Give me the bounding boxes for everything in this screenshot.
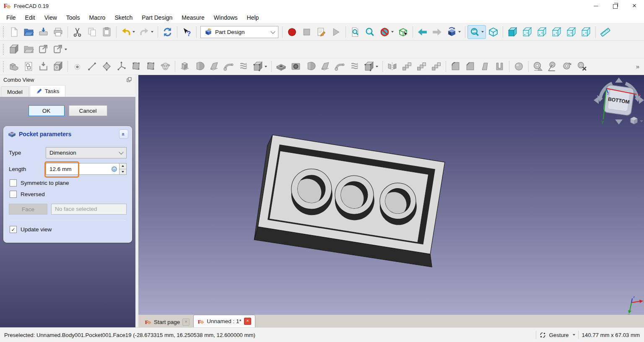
tb-edit-sketch[interactable] xyxy=(51,60,65,73)
menu-view[interactable]: View xyxy=(40,13,62,22)
tb-linear-pattern[interactable] xyxy=(400,60,414,73)
tb-chamfer[interactable] xyxy=(463,60,478,73)
tb-multi-transform[interactable] xyxy=(429,60,444,73)
tb-macro-execute[interactable] xyxy=(329,25,343,39)
symmetric-checkbox[interactable] xyxy=(10,179,17,187)
menu-sketch[interactable]: Sketch xyxy=(110,13,137,22)
tb-additive-pipe[interactable] xyxy=(221,60,236,73)
face-field[interactable]: No face selected xyxy=(51,204,127,215)
close-tab-icon[interactable]: × xyxy=(182,319,190,326)
tb-nav-back[interactable] xyxy=(415,25,430,39)
tb-pad[interactable] xyxy=(177,60,192,73)
menu-tools[interactable]: Tools xyxy=(62,13,85,22)
nav-style-selector[interactable]: Gesture xyxy=(549,332,569,338)
tb-set-view[interactable] xyxy=(444,25,463,39)
tb-copy[interactable] xyxy=(85,25,99,39)
tb-make-link[interactable] xyxy=(36,42,51,56)
collapse-section-button[interactable]: « xyxy=(119,130,128,139)
tb-zoom-sync[interactable] xyxy=(467,25,486,39)
tb-cut[interactable] xyxy=(70,25,85,39)
tb-print[interactable] xyxy=(51,25,65,39)
mdi-tab-unnamed-1[interactable]: Unnamed : 1*× xyxy=(193,315,255,327)
tb-fillet[interactable] xyxy=(448,60,463,73)
tb-make-sub-link[interactable] xyxy=(51,42,69,56)
tb-sub-shape-binder[interactable] xyxy=(143,60,158,73)
tb-additive-loft[interactable] xyxy=(207,60,221,73)
tb-open-document[interactable] xyxy=(21,25,36,39)
menu-help[interactable]: Help xyxy=(242,13,264,22)
tb-measure-linear[interactable] xyxy=(531,60,545,73)
tb-revolution[interactable] xyxy=(192,60,207,73)
tb-nav-forward[interactable] xyxy=(430,25,444,39)
tb-view-right[interactable] xyxy=(535,25,549,39)
tb-draft[interactable] xyxy=(478,60,492,73)
tb-new-document[interactable] xyxy=(7,25,21,39)
tb-fit-all[interactable] xyxy=(348,25,363,39)
tb-measure-refresh[interactable] xyxy=(560,60,575,73)
tb-measure-clear-all[interactable] xyxy=(575,60,589,73)
tb-view-front[interactable] xyxy=(505,25,520,39)
close-tab-icon[interactable]: × xyxy=(244,318,251,325)
spin-down-button[interactable] xyxy=(119,169,126,175)
tb-view-rear[interactable] xyxy=(549,25,564,39)
tb-macro-stop[interactable] xyxy=(299,25,314,39)
workbench-selector[interactable]: Part Design xyxy=(200,26,278,38)
tb-create-part[interactable] xyxy=(7,42,21,56)
ok-button[interactable]: OK xyxy=(29,105,65,116)
menu-file[interactable]: File xyxy=(2,13,21,22)
tb-subtractive-primitive[interactable] xyxy=(362,60,380,73)
menu-edit[interactable]: Edit xyxy=(21,13,40,22)
tb-refresh[interactable] xyxy=(160,25,175,39)
tb-clone[interactable] xyxy=(158,60,173,73)
tb-datum-coordinate-system[interactable] xyxy=(114,60,129,73)
menu-measure[interactable]: Measure xyxy=(177,13,209,22)
spin-up-button[interactable] xyxy=(119,163,126,169)
tb-macro-record[interactable] xyxy=(285,25,299,39)
tb-paste[interactable] xyxy=(99,25,114,39)
length-input[interactable]: 12.6 mm xyxy=(46,163,127,175)
tb-measure-angular[interactable] xyxy=(545,60,560,73)
tb-thickness[interactable] xyxy=(492,60,507,73)
tb-datum-point[interactable] xyxy=(70,60,85,73)
float-panel-icon[interactable] xyxy=(126,77,132,83)
tb-view-axonometric[interactable] xyxy=(486,25,501,39)
cancel-button[interactable]: Cancel xyxy=(69,105,107,116)
tb-subtractive-pipe[interactable] xyxy=(332,60,347,73)
toolbar-overflow[interactable]: » xyxy=(633,63,642,70)
tb-subtractive-helix[interactable] xyxy=(347,60,362,73)
close-button[interactable]: × xyxy=(625,0,644,12)
tb-view-top[interactable] xyxy=(520,25,535,39)
tb-subtractive-loft[interactable] xyxy=(318,60,332,73)
tb-box-selection[interactable] xyxy=(396,25,410,39)
menu-windows[interactable]: Windows xyxy=(209,13,242,22)
3d-viewport[interactable]: BOTTOM x Y z xyxy=(138,75,644,315)
tb-hole[interactable] xyxy=(288,60,303,73)
tb-create-body[interactable] xyxy=(7,60,21,73)
tb-datum-line[interactable] xyxy=(85,60,99,73)
face-button[interactable]: Face xyxy=(9,204,47,215)
tb-save-document[interactable] xyxy=(36,25,51,39)
mdi-tab-start-page[interactable]: Start page× xyxy=(141,316,193,327)
tb-undo[interactable] xyxy=(119,25,137,39)
tb-map-sketch[interactable] xyxy=(36,60,51,73)
tb-datum-plane[interactable] xyxy=(99,60,114,73)
tb-additive-helix[interactable] xyxy=(236,60,251,73)
tab-model[interactable]: Model xyxy=(1,86,29,97)
tb-view-left[interactable] xyxy=(579,25,593,39)
menu-part-design[interactable]: Part Design xyxy=(137,13,177,22)
tb-create-sketch[interactable] xyxy=(21,60,36,73)
reversed-checkbox[interactable] xyxy=(10,191,17,198)
tb-create-group[interactable] xyxy=(21,42,36,56)
tb-boolean[interactable] xyxy=(512,60,526,73)
tb-groove[interactable] xyxy=(303,60,318,73)
tb-polar-pattern[interactable] xyxy=(414,60,429,73)
type-select[interactable]: Dimension xyxy=(46,147,127,158)
menu-macro[interactable]: Macro xyxy=(84,13,110,22)
tb-macro-edit[interactable] xyxy=(314,25,329,39)
tb-additive-primitive[interactable] xyxy=(251,60,269,73)
tab-tasks[interactable]: Tasks xyxy=(30,85,66,97)
update-view-checkbox[interactable] xyxy=(10,226,17,233)
nav-style-dropdown-icon[interactable] xyxy=(573,334,575,336)
tb-redo[interactable] xyxy=(137,25,156,39)
tb-pocket[interactable] xyxy=(274,60,288,73)
